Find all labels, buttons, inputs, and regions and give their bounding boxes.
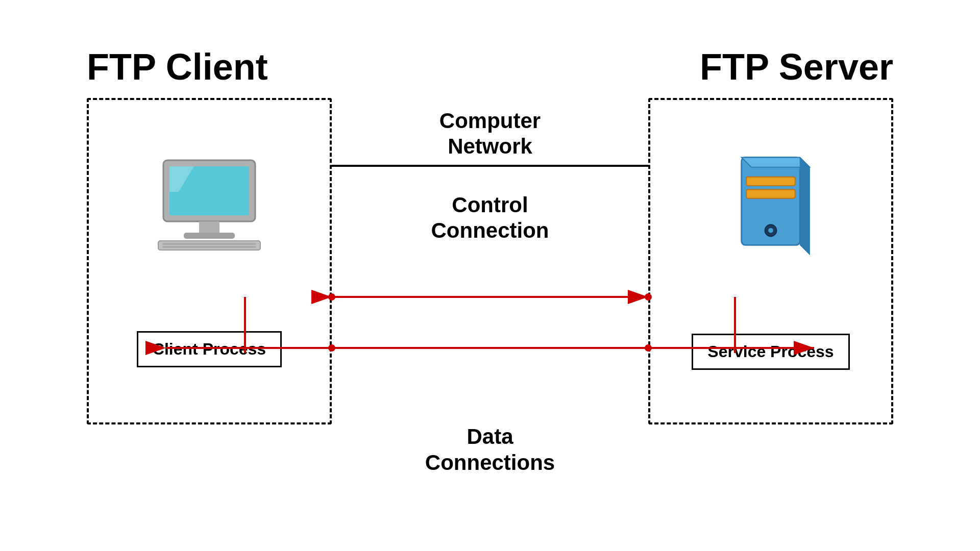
server-title: FTP Server [700,46,893,88]
service-process-label: Service Process [692,334,849,370]
diagram-container: FTP Client FTP Server [56,46,924,505]
network-label: Computer Network [439,108,541,160]
server-tower-icon [725,153,817,260]
svg-rect-6 [162,243,256,245]
computer-icon [153,155,265,252]
svg-rect-4 [184,233,235,239]
server-box: Service Process [648,98,893,424]
svg-marker-10 [800,157,810,255]
client-title: FTP Client [87,46,268,88]
data-connections-label: Data Connections [425,424,555,475]
client-process-label: Client Process [137,331,282,367]
svg-rect-12 [746,189,795,198]
svg-marker-9 [742,157,810,167]
middle-section: Computer Network Control Connection Data… [332,98,648,424]
control-label: Control Connection [431,192,549,244]
svg-point-14 [768,228,773,233]
titles-row: FTP Client FTP Server [56,46,924,88]
client-box: Client Process [87,98,332,424]
svg-rect-7 [162,246,256,248]
svg-rect-11 [746,177,795,185]
svg-rect-5 [158,241,260,250]
network-connection-line [332,165,648,167]
main-area: Client Process Computer Network Control … [56,98,924,424]
svg-rect-3 [199,221,219,233]
